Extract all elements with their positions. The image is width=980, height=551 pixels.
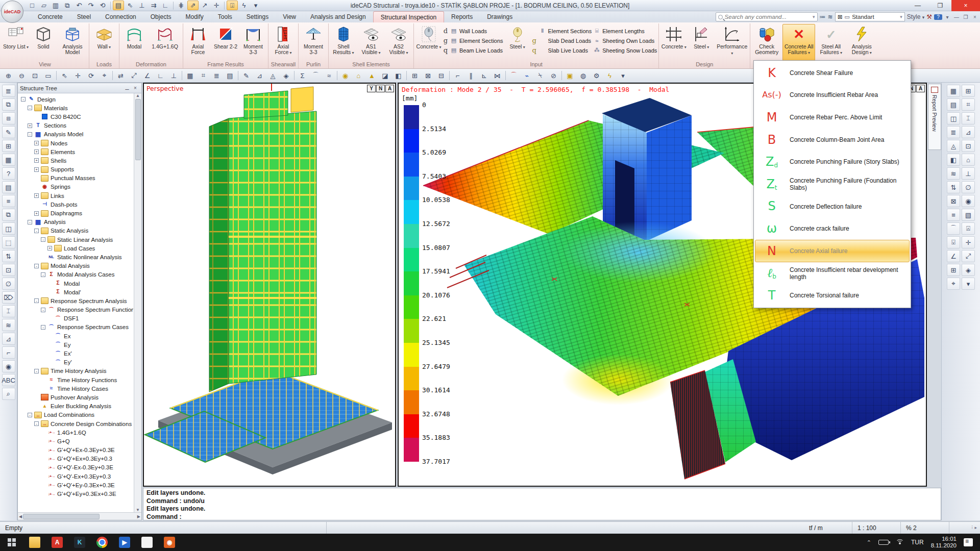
notification-icon[interactable]: [964, 538, 973, 546]
expand-toggle[interactable]: -: [41, 325, 45, 330]
tree-row[interactable]: - Design: [18, 95, 133, 104]
dock-icon[interactable]: ▧: [962, 209, 975, 221]
axial-force-button[interactable]: Axial Force: [185, 24, 211, 61]
dock-icon[interactable]: ⧉: [2, 98, 15, 111]
qat-icon[interactable]: ↗: [199, 1, 210, 10]
view-toggle-button[interactable]: Y: [367, 85, 376, 92]
taskbar-app-button[interactable]: [23, 534, 46, 551]
tree-row[interactable]: - Static Linear Analysis: [18, 235, 133, 244]
toolbar-icon[interactable]: Σ: [296, 70, 309, 81]
tree-row[interactable]: C30 B420C: [18, 112, 133, 121]
dock-icon[interactable]: ✛: [962, 236, 975, 248]
doc-minimize-button[interactable]: —: [952, 14, 961, 20]
toolbar-icon[interactable]: [504, 70, 507, 81]
as2-visible-button[interactable]: AS2 Visible: [385, 24, 412, 61]
qat-icon[interactable]: ▥: [50, 1, 61, 10]
input-item[interactable]: qSlab Live Loads: [532, 45, 592, 55]
dock-icon[interactable]: ⌕: [2, 388, 15, 400]
wifi-icon[interactable]: [896, 539, 904, 545]
toolbar-icon[interactable]: ▦: [184, 70, 197, 81]
dock-icon[interactable]: ▾: [962, 278, 975, 290]
design-steel-button[interactable]: Steel: [688, 24, 715, 61]
toolbar-icon[interactable]: ◍: [577, 70, 590, 81]
layer-list-icon[interactable]: ≔: [820, 13, 826, 20]
menu-item[interactable]: ℓb Concrete Insufficient rebar developme…: [755, 262, 910, 285]
expand-toggle[interactable]: -: [34, 229, 39, 233]
dock-icon[interactable]: ▦: [2, 154, 15, 166]
qat-icon[interactable]: [224, 2, 225, 10]
panel-close-icon[interactable]: ×: [131, 85, 139, 91]
report-preview-tab[interactable]: Report Preview: [928, 84, 941, 150]
scroll-right-icon[interactable]: ▶: [137, 514, 140, 519]
menu-item[interactable]: T Concrete Torsional failure: [755, 284, 910, 307]
qat-icon[interactable]: ▤: [113, 1, 124, 10]
tree-row[interactable]: - Response Spectrum Analysis: [18, 296, 133, 305]
toolbar-icon[interactable]: [111, 70, 114, 81]
dock-icon[interactable]: ≋: [2, 319, 15, 331]
taskbar-app-button[interactable]: ▶: [113, 534, 136, 551]
tree-row[interactable]: G'+Q'+Ey-0.3Ex+0.3E: [18, 481, 133, 489]
toolbar-icon[interactable]: ⊞: [408, 70, 421, 81]
toolbar-icon[interactable]: ✛: [71, 70, 84, 81]
tree-row[interactable]: + Sections: [18, 121, 133, 130]
dock-icon[interactable]: ⌗: [962, 98, 975, 111]
expand-toggle[interactable]: -: [34, 369, 39, 373]
steel-all-failures-button[interactable]: ✓ Steel All Failures: [816, 24, 846, 61]
start-button[interactable]: [0, 534, 23, 551]
tree-row[interactable]: - Time History Analysis: [18, 367, 133, 375]
style-button[interactable]: Style ▾: [907, 13, 925, 20]
toolbar-icon[interactable]: ⊡: [29, 70, 41, 81]
dock-icon[interactable]: ⬚: [2, 236, 15, 248]
dock-icon[interactable]: ◉: [2, 360, 15, 372]
qat-icon[interactable]: ⍗: [227, 1, 238, 10]
tree-row[interactable]: + Nodes: [18, 139, 133, 147]
toolbar-icon[interactable]: ⌖: [98, 70, 111, 81]
dock-icon[interactable]: ⊿: [2, 333, 15, 345]
dock-icon[interactable]: ⌂: [962, 154, 975, 166]
ribbon-tab[interactable]: Connection: [98, 11, 143, 22]
dock-icon[interactable]: ≣: [2, 85, 15, 97]
toolbar-icon[interactable]: ⚙: [590, 70, 603, 81]
tree-row[interactable]: + Load Cases: [18, 244, 133, 253]
shear-22-button[interactable]: Shear 2-2: [212, 24, 239, 61]
expand-toggle[interactable]: -: [34, 264, 39, 268]
dock-icon[interactable]: ?: [2, 167, 15, 180]
command-search[interactable]: ▾: [716, 12, 818, 21]
dock-icon[interactable]: ⊥: [962, 167, 975, 180]
standart-combo[interactable]: ⊠ ▭ Standart ▾: [835, 12, 905, 21]
dock-icon[interactable]: ABC: [2, 374, 15, 386]
tree-row[interactable]: Punctual Masses: [18, 174, 133, 183]
concrete-all-failures-button[interactable]: ✕ Concrete All Failures: [782, 24, 815, 61]
tree-row[interactable]: - Materials: [18, 104, 133, 112]
expand-toggle[interactable]: +: [34, 211, 39, 216]
tree-row[interactable]: Time History Cases: [18, 384, 133, 393]
qat-icon[interactable]: ⟲: [97, 1, 108, 10]
wall-button[interactable]: Wall: [91, 24, 117, 61]
toolbar-icon[interactable]: ⊿: [253, 70, 266, 81]
dock-icon[interactable]: ⊿: [962, 126, 975, 138]
dock-icon[interactable]: ⊞: [962, 85, 975, 97]
tree-row[interactable]: Ey: [18, 340, 133, 349]
status-units[interactable]: tf / m: [804, 522, 852, 534]
status-percent[interactable]: % 2: [901, 522, 949, 534]
tree-row[interactable]: Time History Functions: [18, 375, 133, 384]
dock-icon[interactable]: ≣: [947, 126, 960, 138]
dock-icon[interactable]: ∠: [947, 250, 960, 262]
dock-icon[interactable]: ⌶: [2, 305, 15, 317]
ribbon-tab[interactable]: Tools: [211, 11, 239, 22]
close-button[interactable]: ×: [951, 0, 980, 11]
toolbar-icon[interactable]: ▭: [42, 70, 55, 81]
ribbon-tab[interactable]: Reports: [444, 11, 480, 22]
toolbar-icon[interactable]: ⇖: [58, 70, 71, 81]
check-geometry-button[interactable]: Check Geometry: [752, 24, 781, 61]
scroll-thumb[interactable]: [23, 514, 100, 519]
input-item[interactable]: ≈Sheeting Own Loads: [593, 36, 657, 45]
qat-icon[interactable]: ⇉: [148, 1, 159, 10]
search-dropdown-icon[interactable]: ▾: [813, 14, 815, 19]
menu-item[interactable]: S Concrete Deflection failure: [755, 195, 910, 218]
dock-icon[interactable]: ⊠: [947, 195, 960, 207]
expand-toggle[interactable]: -: [28, 132, 32, 137]
qat-icon[interactable]: ⧉: [62, 1, 73, 10]
tree-row[interactable]: - Response Spectrum Functions: [18, 306, 133, 314]
tree-row[interactable]: 1.4G+1.6Q: [18, 428, 133, 437]
